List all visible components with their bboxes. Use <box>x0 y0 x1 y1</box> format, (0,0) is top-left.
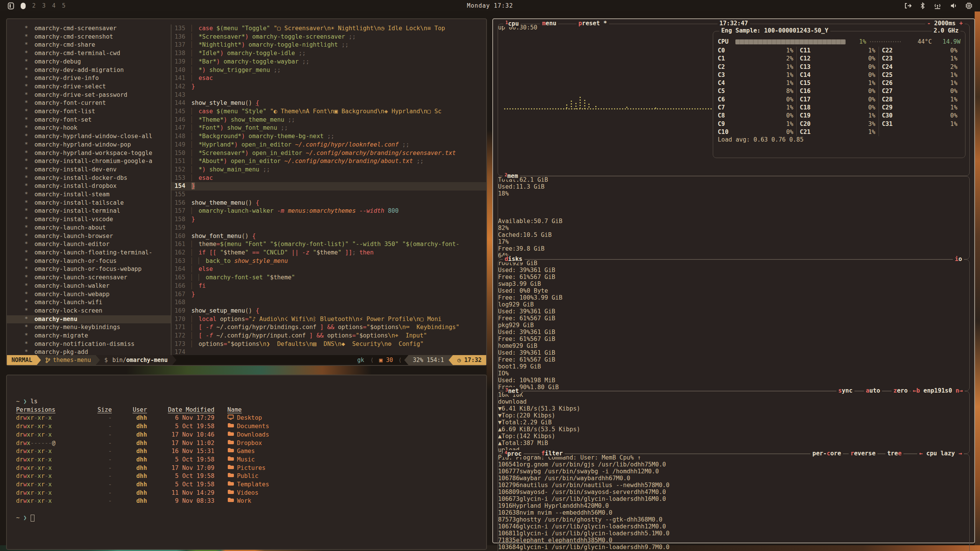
disks-box-title[interactable]: disks <box>503 256 524 262</box>
file-list-item[interactable]: *omarchy-cmd-screenshot <box>7 33 171 41</box>
file-list-item[interactable]: *omarchy-pkg-add <box>7 348 171 355</box>
file-list-item[interactable]: *omarchy-launch-editor <box>7 240 171 249</box>
code-line: 135▏ case $(menu "Toggle" "▢ Screensaver… <box>172 24 486 33</box>
proc-box-title[interactable]: 4proc <box>503 450 524 457</box>
file-list-item[interactable]: *omarchy-launch-or-focus <box>7 257 171 266</box>
disk-entry: root929 GiB <box>498 260 969 267</box>
file-list-item[interactable]: *omarchy-menu <box>7 315 171 324</box>
file-list-item[interactable]: *omarchy-font-current <box>7 99 171 108</box>
file-list-item[interactable]: *omarchy-hook <box>7 124 171 132</box>
core-row: C211% <box>800 128 875 136</box>
process-row[interactable]: 106811glycin-i /usr/lib/glycin-loadersdh… <box>498 530 969 537</box>
net-box-title[interactable]: 3net <box>503 387 521 395</box>
logout-icon[interactable] <box>904 3 912 9</box>
process-row[interactable]: 87573ghostty /usr/bin/ghostty --gtk-dhh3… <box>498 516 969 523</box>
preset-button[interactable]: preset * <box>577 20 609 27</box>
file-list-item[interactable]: *omarchy-install-tailscale <box>7 199 171 207</box>
process-row[interactable]: 106786waybar /usr/bin/waybardhh67M0.0 <box>498 475 969 482</box>
net-auto-button[interactable]: auto <box>864 387 882 394</box>
file-list-item[interactable]: *omarchy-drive-set-password <box>7 91 171 99</box>
menu-button[interactable]: menu <box>540 20 558 27</box>
file-list-item[interactable]: *omarchy-hyprland-window-pop <box>7 141 171 149</box>
file-list-item[interactable]: *omarchy-migrate <box>7 332 171 340</box>
file-list-item[interactable]: *omarchy-launch-or-focus-webapp <box>7 265 171 274</box>
file-list-item[interactable]: *omarchy-launch-about <box>7 224 171 232</box>
process-row[interactable]: 106673glycin-i /usr/lib/glycin-loadersdh… <box>498 496 969 502</box>
file-list-item[interactable]: *omarchy-hyprland-workspace-toggle <box>7 149 171 158</box>
file-list-item[interactable]: *omarchy-install-chromium-google-a <box>7 157 171 166</box>
file-list-item[interactable]: *omarchy-launch-walker <box>7 282 171 290</box>
net-sync-button[interactable]: sync <box>836 387 854 394</box>
file-list-item[interactable]: *omarchy-launch-wifi <box>7 298 171 307</box>
workspace-5[interactable]: 5 <box>62 2 65 9</box>
mem-box-title[interactable]: 2mem <box>503 172 520 179</box>
proc-reverse-button[interactable]: reverse <box>849 450 877 457</box>
file-list-item[interactable]: *omarchy-lock-screen <box>7 307 171 315</box>
proc-filter-button[interactable]: filter <box>539 450 565 457</box>
file-list-item[interactable]: *omarchy-install-docker-dbs <box>7 174 171 183</box>
cpu-icon[interactable] <box>965 2 972 9</box>
process-row[interactable]: 1916Hyprland Hyprlanddhh420M0.0 <box>498 502 969 509</box>
file-list-item[interactable]: *omarchy-debug <box>7 58 171 66</box>
terminal-editor-window[interactable]: *omarchy-cmd-screensaver*omarchy-cmd-scr… <box>6 18 487 366</box>
file-list-item[interactable]: *omarchy-launch-browser <box>7 232 171 241</box>
net-zero-button[interactable]: zero <box>892 387 910 394</box>
workspace-3[interactable]: 3 <box>42 2 46 9</box>
file-star: * <box>24 33 34 41</box>
file-list-item[interactable]: *omarchy-font-list <box>7 108 171 116</box>
proc-percore-button[interactable]: per-core <box>810 450 843 457</box>
core-row: C151% <box>800 79 875 87</box>
code-line: 169show_setup_menu() { <box>172 307 486 315</box>
file-star: * <box>24 157 34 166</box>
process-row[interactable]: 106777swaybg /usr/bin/swaybg -i /homdhh1… <box>498 468 969 475</box>
file-list-item[interactable]: *omarchy-cmd-share <box>7 41 171 49</box>
wallpaper-gap-stripe-2 <box>126 365 371 375</box>
proc-tree-button[interactable]: tree <box>885 450 903 457</box>
file-list-item[interactable]: *omarchy-launch-webapp <box>7 290 171 299</box>
process-row[interactable]: 71835elephant elephantdhh385M0.0 <box>498 537 969 544</box>
core-row: C231% <box>882 55 957 63</box>
file-list-item[interactable]: *omarchy-drive-select <box>7 83 171 91</box>
net-interface-switcher[interactable]: ←b enp191s0 n→ <box>911 387 965 394</box>
file-list-item[interactable]: *omarchy-cmd-screensaver <box>7 24 171 33</box>
volume-icon[interactable] <box>950 3 957 9</box>
file-list-item[interactable]: *omarchy-hyprland-window-close-all <box>7 132 171 141</box>
file-list-item[interactable]: *omarchy-launch-floating-terminal- <box>7 249 171 257</box>
terminal-shell-window[interactable]: ~ ❯ ls Permissions Size User Date Modifi… <box>6 375 487 550</box>
workspace-1-active[interactable] <box>21 3 26 9</box>
omarchy-logo-icon[interactable] <box>8 2 14 10</box>
file-list-item[interactable]: *omarchy-install-dev-env <box>7 166 171 174</box>
process-row[interactable]: 102796nautilus /usr/bin/nautilus --newdh… <box>498 482 969 489</box>
code-pane[interactable]: 135▏ case $(menu "Toggle" "▢ Screensaver… <box>172 24 486 355</box>
file-list-item[interactable]: *omarchy-install-terminal <box>7 207 171 215</box>
file-list-item[interactable]: *omarchy-notification-dismiss <box>7 340 171 349</box>
core-row: C203% <box>800 120 875 128</box>
file-list-item[interactable]: *omarchy-install-vscode <box>7 215 171 224</box>
btop-monitor-window[interactable]: 1cpu menu preset * 17:32:47 - 2000ms + E… <box>492 18 975 543</box>
process-row[interactable]: 102638nvim nvim --embeddhh56M0.0 <box>498 509 969 516</box>
folder-icon <box>227 489 234 497</box>
process-row[interactable]: 103684glycin-i /usr/lib/glycin-loadersdh… <box>498 544 969 551</box>
workspace-2[interactable]: 2 <box>32 2 36 9</box>
update-interval[interactable]: - 2000ms + <box>925 20 965 27</box>
workspace-4[interactable]: 4 <box>52 2 56 9</box>
file-list-item[interactable]: *omarchy-menu-keybindings <box>7 323 171 332</box>
file-list-item[interactable]: *omarchy-dev-add-migration <box>7 66 171 75</box>
file-list-item[interactable]: *omarchy-drive-info <box>7 74 171 83</box>
file-list-item[interactable]: *omarchy-install-dropbox <box>7 182 171 191</box>
bluetooth-icon[interactable] <box>920 2 925 9</box>
file-star: * <box>24 240 34 249</box>
file-list-item[interactable]: *omarchy-font-set <box>7 116 171 124</box>
io-mode-button[interactable]: io <box>953 256 964 262</box>
shell-prompt-empty[interactable]: ~ ❯ <box>16 514 486 522</box>
file-list-item[interactable]: *omarchy-cmd-terminal-cwd <box>7 49 171 58</box>
process-row[interactable]: 106746glycin-i /usr/lib/glycin-loadersdh… <box>498 523 969 530</box>
network-icon[interactable] <box>933 3 942 9</box>
proc-sort-selector[interactable]: ← cpu lazy → <box>917 450 964 457</box>
core-row: C71% <box>718 104 793 112</box>
process-row[interactable]: 106541org.gnom /usr/bin/gjs /usr/lib/odh… <box>498 461 969 468</box>
file-list-item[interactable]: *omarchy-install-steam <box>7 191 171 199</box>
file-list-item[interactable]: *omarchy-launch-screensaver <box>7 274 171 282</box>
process-row[interactable]: 106809swayosd- /usr/bin/swayosd-serverdh… <box>498 489 969 496</box>
cpu-box-title[interactable]: 1cpu <box>503 20 521 27</box>
